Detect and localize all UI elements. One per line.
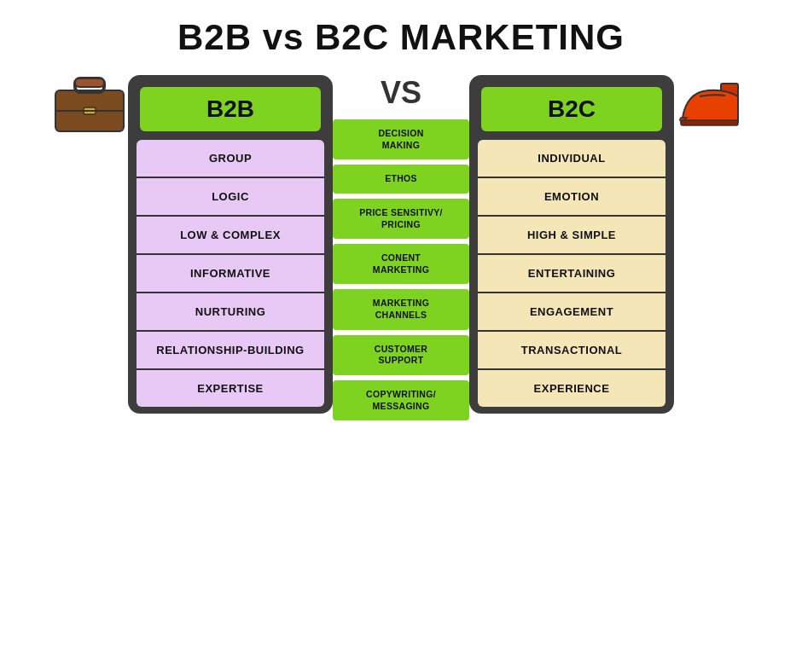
svg-rect-2 <box>75 78 104 87</box>
b2c-item-4: ENTERTAINING <box>478 255 665 293</box>
vs-item-3: PRICE SENSITIVY/PRICING <box>333 199 469 239</box>
b2c-item-7: EXPERIENCE <box>478 370 665 407</box>
vs-item-5: MARKETINGCHANNELS <box>333 289 469 329</box>
b2b-header: B2B <box>140 87 321 131</box>
b2c-item-3: HIGH & SIMPLE <box>478 217 665 255</box>
vs-item-6: CUSTOMERSUPPORT <box>333 335 469 375</box>
b2c-items: INDIVIDUAL EMOTION HIGH & SIMPLE ENTERTA… <box>478 140 665 407</box>
b2b-items: GROUP LOGIC LOW & COMPLEX INFORMATIVE NU… <box>137 140 324 407</box>
b2c-item-1: INDIVIDUAL <box>478 140 665 178</box>
b2b-column: B2B GROUP LOGIC LOW & COMPLEX INFORMATIV… <box>128 75 333 414</box>
page-title: B2B vs B2C MARKETING <box>177 17 625 58</box>
briefcase-icon <box>51 67 128 138</box>
b2c-item-5: ENGAGEMENT <box>478 293 665 332</box>
vs-section: VS DECISIONMAKING ETHOS PRICE SENSITIVY/… <box>333 75 469 420</box>
b2b-item-5: NURTURING <box>137 293 324 332</box>
vs-item-2: ETHOS <box>333 165 469 194</box>
b2c-header: B2C <box>481 87 662 131</box>
vs-item-4: CONENTMARKETING <box>333 244 469 284</box>
main-content: B2B GROUP LOGIC LOW & COMPLEX INFORMATIV… <box>26 75 776 420</box>
b2c-item-2: EMOTION <box>478 178 665 217</box>
b2b-item-2: LOGIC <box>137 178 324 217</box>
b2b-column-wrapper: B2B GROUP LOGIC LOW & COMPLEX INFORMATIV… <box>128 75 333 414</box>
b2c-column: B2C INDIVIDUAL EMOTION HIGH & SIMPLE ENT… <box>469 75 674 414</box>
b2b-item-6: RELATIONSHIP-BUILDING <box>137 332 324 370</box>
shoe-icon <box>674 67 751 138</box>
b2b-item-3: LOW & COMPLEX <box>137 217 324 255</box>
svg-rect-6 <box>681 120 738 125</box>
vs-item-1: DECISIONMAKING <box>333 119 469 159</box>
vs-label: VS <box>381 75 421 111</box>
b2b-item-7: EXPERTISE <box>137 370 324 407</box>
b2c-item-6: TRANSACTIONAL <box>478 332 665 370</box>
b2c-column-wrapper: B2C INDIVIDUAL EMOTION HIGH & SIMPLE ENT… <box>469 75 674 414</box>
b2b-item-4: INFORMATIVE <box>137 255 324 293</box>
b2b-item-1: GROUP <box>137 140 324 178</box>
vs-item-7: COPYWRITING/MESSAGING <box>333 380 469 420</box>
vs-items: DECISIONMAKING ETHOS PRICE SENSITIVY/PRI… <box>333 119 469 420</box>
